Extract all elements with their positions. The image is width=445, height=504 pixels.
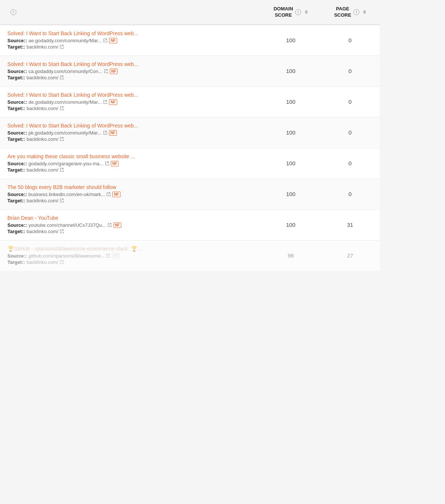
source-label: Source:: [7, 161, 27, 166]
external-link-icon[interactable] [105, 161, 109, 166]
target-label: Target:: [7, 136, 25, 142]
table-body: Solved: I Want to Start Back Linking of … [0, 25, 380, 271]
target-label: Target:: [7, 198, 25, 203]
source-url: ae.godaddy.com/community/Mar... [29, 38, 102, 43]
source-line: Source:: de.godaddy.com/community/Mar...… [7, 99, 254, 105]
domain-score-cell: 100 [261, 124, 320, 141]
domain-score-cell: 100 [261, 93, 320, 110]
source-label: Source:: [7, 253, 27, 259]
table-row: 🏆GitHub - nparsons08/awesome-ecommerce-s… [0, 241, 380, 271]
external-link-icon[interactable] [60, 75, 64, 80]
external-link-icon[interactable] [60, 198, 64, 203]
source-url: pk.godaddy.com/community/Mar... [29, 130, 102, 136]
row-main-col: Solved: I Want to Start Back Linking of … [0, 87, 261, 117]
target-url: backlinko.com/ [26, 229, 58, 234]
page-title-link[interactable]: Solved: I Want to Start Back Linking of … [7, 61, 254, 67]
page-title-link[interactable]: Solved: I Want to Start Back Linking of … [7, 123, 254, 129]
domain-score-cell: 100 [261, 63, 320, 79]
external-link-icon[interactable] [60, 106, 64, 110]
source-url: godaddy.com/garage/are-you-ma... [29, 161, 103, 166]
external-link-icon[interactable] [106, 253, 111, 258]
page-score-cell: 0 [320, 124, 380, 141]
target-line: Target:: backlinko.com/ [7, 44, 254, 50]
nf-badge: NF [109, 38, 117, 43]
source-url: github.com/nparsons08/awesome... [29, 253, 105, 259]
domain-score-sort[interactable] [305, 10, 308, 14]
main-column-header: i [0, 3, 261, 21]
external-link-icon[interactable] [103, 130, 108, 135]
target-line: Target:: backlinko.com/ [7, 198, 254, 203]
source-label: Source:: [7, 130, 27, 136]
page-score-info-icon[interactable]: i [353, 9, 359, 15]
external-link-icon[interactable] [106, 192, 111, 196]
domain-score-column-header: DOMAINSCORE i [261, 0, 320, 24]
external-link-icon[interactable] [60, 44, 64, 49]
nf-badge: NF [112, 253, 120, 259]
nf-badge: NF [110, 69, 118, 74]
source-url: ca.godaddy.com/community/Con... [29, 69, 102, 74]
external-link-icon[interactable] [60, 260, 64, 264]
external-link-icon[interactable] [104, 69, 108, 73]
domain-score-cell: 98 [261, 247, 320, 264]
source-line: Source:: godaddy.com/garage/are-you-ma..… [7, 161, 254, 166]
sort-up-icon [363, 10, 366, 12]
source-label: Source:: [7, 192, 27, 197]
page-title-link[interactable]: Brian Dean - YouTube [7, 215, 254, 221]
target-line: Target:: backlinko.com/ [7, 75, 254, 80]
row-main-col: Are you making these classic small busin… [0, 148, 261, 179]
table-row: Solved: I Want to Start Back Linking of … [0, 87, 380, 117]
page-score-cell: 31 [320, 216, 380, 233]
table-row: Solved: I Want to Start Back Linking of … [0, 117, 380, 148]
page-title-link[interactable]: Solved: I Want to Start Back Linking of … [7, 92, 254, 98]
page-score-cell: 27 [320, 247, 380, 264]
target-label: Target:: [7, 106, 25, 111]
target-label: Target:: [7, 167, 25, 173]
row-main-col: 🏆GitHub - nparsons08/awesome-ecommerce-s… [0, 241, 261, 271]
domain-score-info-icon[interactable]: i [295, 9, 301, 15]
target-url: backlinko.com/ [26, 198, 58, 203]
external-link-icon[interactable] [103, 100, 108, 104]
page-score-column-header: PAGESCORE i [320, 0, 380, 24]
row-main-col: The 50 blogs every B2B marketer should f… [0, 179, 261, 209]
external-link-icon[interactable] [103, 38, 108, 43]
trophy-icon: 🏆 [7, 246, 14, 252]
source-url: business.linkedin.com/en-uk/mark... [29, 192, 105, 197]
source-label: Source:: [7, 222, 27, 228]
page-title-link[interactable]: 🏆GitHub - nparsons08/awesome-ecommerce-s… [7, 246, 254, 252]
domain-score-cell: 100 [261, 186, 320, 202]
page-title-link[interactable]: The 50 blogs every B2B marketer should f… [7, 184, 254, 190]
target-url: backlinko.com/ [26, 75, 58, 80]
target-label: Target:: [7, 259, 25, 265]
external-link-icon[interactable] [60, 229, 64, 233]
source-url: youtube.com/channel/UCx7J37Qu... [29, 222, 106, 228]
nf-badge: NF [109, 130, 117, 136]
source-label: Source:: [7, 99, 27, 105]
page-score-sort[interactable] [363, 10, 366, 14]
table-row: Solved: I Want to Start Back Linking of … [0, 56, 380, 87]
row-main-col: Solved: I Want to Start Back Linking of … [0, 56, 261, 86]
domain-score-cell: 100 [261, 216, 320, 233]
target-label: Target:: [7, 75, 25, 80]
nf-badge: NF [112, 192, 120, 197]
source-line: Source:: ae.godaddy.com/community/Mar...… [7, 38, 254, 43]
page-score-cell: 0 [320, 93, 380, 110]
row-main-col: Solved: I Want to Start Back Linking of … [0, 25, 261, 56]
target-url: backlinko.com/ [26, 259, 58, 265]
page-title-link[interactable]: Solved: I Want to Start Back Linking of … [7, 30, 254, 36]
external-link-icon[interactable] [60, 137, 64, 141]
main-column-info-icon[interactable]: i [10, 9, 16, 15]
row-main-col: Solved: I Want to Start Back Linking of … [0, 117, 261, 148]
domain-score-cell: 100 [261, 32, 320, 49]
source-url: de.godaddy.com/community/Mar... [29, 99, 102, 105]
target-line: Target:: backlinko.com/ [7, 259, 254, 265]
domain-score-cell: 100 [261, 155, 320, 172]
page-score-cell: 0 [320, 32, 380, 49]
external-link-icon[interactable] [60, 168, 64, 172]
target-url: backlinko.com/ [26, 136, 58, 142]
source-line: Source:: ca.godaddy.com/community/Con...… [7, 69, 254, 74]
external-link-icon[interactable] [108, 223, 112, 227]
page-score-cell: 0 [320, 186, 380, 202]
sort-down-icon [305, 12, 308, 14]
target-url: backlinko.com/ [26, 167, 58, 173]
page-title-link[interactable]: Are you making these classic small busin… [7, 153, 254, 159]
